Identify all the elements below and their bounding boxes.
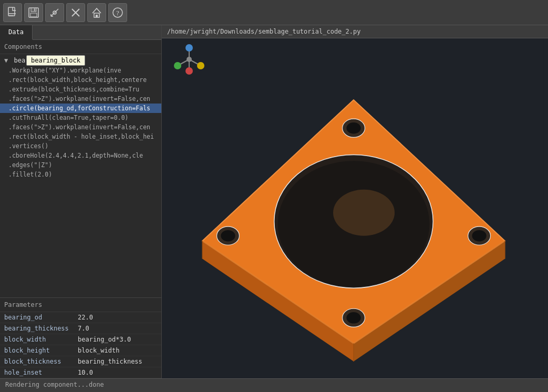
tree-item-7[interactable]: .rect(block_width - hole_inset,block_hei: [0, 132, 161, 141]
param-value-2: bearing_od*3.0: [78, 336, 131, 343]
components-section: Components ▼ bearing_block bearing_block…: [0, 40, 161, 297]
tab-bar: Data: [0, 25, 161, 40]
help-button[interactable]: ?: [108, 3, 127, 22]
svg-line-7: [51, 9, 58, 16]
svg-rect-14: [96, 15, 98, 17]
toolbar: ?: [0, 0, 548, 25]
svg-point-22: [185, 67, 193, 75]
svg-point-42: [346, 312, 360, 323]
parameters-rows: bearing_od22.0bearing_thickness7.0block_…: [0, 312, 161, 378]
status-bar: Rendering component...done: [0, 378, 548, 392]
svg-text:?: ?: [116, 9, 119, 17]
svg-rect-5: [30, 13, 37, 17]
svg-point-36: [346, 122, 360, 133]
measure-button[interactable]: [45, 3, 64, 22]
tree-item-3[interactable]: .faces(">Z").workplane(invert=False,cen: [0, 94, 161, 104]
param-name-0: bearing_od: [4, 314, 78, 321]
param-value-4: bearing_thickness: [78, 358, 142, 365]
components-label: Components: [0, 40, 161, 54]
svg-rect-4: [31, 8, 36, 12]
close-icon: [70, 7, 81, 18]
close-button[interactable]: [66, 3, 85, 22]
tree-item-0[interactable]: .Workplane("XY").workplane(inve: [0, 66, 161, 75]
svg-point-23: [174, 62, 181, 69]
tree-item-4[interactable]: .circle(bearing_od,forConstruction=Fals: [0, 104, 161, 113]
viewport-svg: [162, 38, 548, 377]
param-name-3: block_height: [4, 347, 78, 354]
main-area: Data Components ▼ bearing_block bearing_…: [0, 25, 548, 378]
param-row-3[interactable]: block_heightblock_width: [0, 345, 161, 356]
help-icon: ?: [112, 7, 123, 18]
param-name-1: bearing_thickness: [4, 325, 78, 332]
param-name-5: hole_inset: [4, 369, 78, 376]
components-tree[interactable]: ▼ bearing_block bearing_block .Workplane…: [0, 54, 161, 297]
tree-item-2[interactable]: .extrude(block_thickness,combine=Tru: [0, 85, 161, 94]
param-row-1[interactable]: bearing_thickness7.0: [0, 323, 161, 334]
param-row-2[interactable]: block_widthbearing_od*3.0: [0, 334, 161, 345]
tooltip-bearing-block: bearing_block: [26, 55, 85, 66]
svg-rect-0: [8, 7, 15, 16]
param-value-5: 10.0: [78, 369, 93, 376]
molecule-logo: [172, 44, 204, 73]
parameters-section: Parameters bearing_od22.0bearing_thickne…: [0, 297, 161, 378]
parameters-label: Parameters: [0, 298, 161, 312]
param-value-1: 7.0: [78, 325, 89, 332]
param-row-5[interactable]: hole_inset10.0: [0, 367, 161, 378]
param-name-2: block_width: [4, 336, 78, 343]
new-file-icon: [7, 7, 18, 18]
tree-root-bearing-block[interactable]: ▼ bearing_block bearing_block: [0, 55, 161, 66]
tree-item-6[interactable]: .faces(">Z").workplane(invert=False,cen: [0, 122, 161, 132]
svg-point-21: [185, 44, 193, 51]
right-panel: /home/jwright/Downloads/semblage_tutoria…: [162, 25, 548, 378]
svg-point-24: [197, 62, 204, 69]
tree-item-11[interactable]: .fillet(2.0): [0, 170, 161, 179]
tree-item-8[interactable]: .vertices(): [0, 141, 161, 151]
tree-item-1[interactable]: .rect(block_width,block_height,centere: [0, 75, 161, 85]
tree-item-5[interactable]: .cutThruAll(clean=True,taper=0.0): [0, 113, 161, 122]
viewport[interactable]: [162, 38, 548, 377]
param-row-0[interactable]: bearing_od22.0: [0, 312, 161, 323]
left-panel: Data Components ▼ bearing_block bearing_…: [0, 25, 162, 378]
svg-point-25: [187, 57, 192, 62]
svg-point-45: [221, 230, 235, 241]
svg-point-53: [333, 190, 395, 236]
tree-item-9[interactable]: .cboreHole(2.4,4.4,2.1,depth=None,cle: [0, 151, 161, 160]
svg-point-39: [472, 230, 486, 241]
new-file-button[interactable]: [3, 3, 22, 22]
home-button[interactable]: [87, 3, 106, 22]
tree-item-10[interactable]: .edges("|Z"): [0, 160, 161, 170]
save-icon: [28, 7, 39, 18]
home-icon: [91, 7, 102, 18]
save-button[interactable]: [24, 3, 43, 22]
param-row-4[interactable]: block_thicknessbearing_thickness: [0, 356, 161, 367]
tab-data[interactable]: Data: [0, 25, 33, 40]
param-value-0: 22.0: [78, 314, 93, 321]
param-name-4: block_thickness: [4, 358, 78, 365]
filepath-bar: /home/jwright/Downloads/semblage_tutoria…: [162, 25, 548, 38]
param-value-3: block_width: [78, 347, 119, 354]
measure-icon: [49, 7, 60, 18]
